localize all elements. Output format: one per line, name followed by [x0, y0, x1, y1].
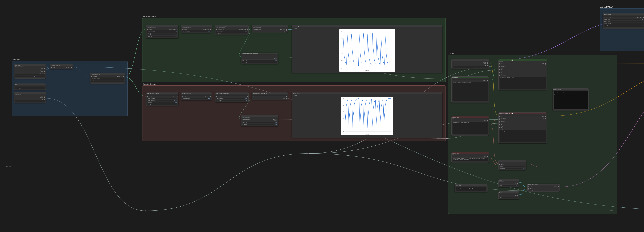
port-in[interactable]: normalized_amp	[218, 29, 224, 30]
port-in[interactable]: audio_fft	[149, 29, 152, 30]
port-in[interactable]: audio_data	[93, 76, 97, 77]
port-out[interactable]: INT	[274, 58, 276, 59]
w[interactable]: context_stride1	[604, 20, 644, 22]
w[interactable]: operationavg	[147, 34, 178, 35]
w[interactable]: invert_normalizedfalse	[182, 30, 211, 32]
node-load-video[interactable]: Load Video ComfyUI-VideoHelperSuite IMAG…	[14, 64, 46, 79]
node-title[interactable]: Width	[498, 179, 519, 181]
node-title[interactable]: Gate Normalized Amplitude	[215, 93, 248, 94]
port-in[interactable]: pw_c	[501, 125, 503, 126]
w[interactable]: delimiter,	[499, 166, 525, 167]
w[interactable]: start_at_frame0	[91, 79, 124, 81]
w[interactable]: closed_loopuniform	[604, 24, 644, 26]
text-editor[interactable]: ugly, scary, cropped, frame, text, out o…	[452, 157, 488, 161]
w[interactable]: value512	[499, 184, 518, 186]
port-in[interactable]: prev_context	[605, 17, 610, 18]
w[interactable]: context_length16	[604, 19, 644, 20]
node-fft-amp-neg[interactable]: Bake Amplitude Schedule ComfyUI-AudioSch…	[146, 93, 178, 106]
node-empty-latent[interactable]: Empty Latent Image widthLATENT height ba…	[528, 184, 560, 192]
node-gate-amp-neg[interactable]: Gate Normalized Amplitude ComfyUI-AudioS…	[215, 93, 248, 102]
w[interactable]: ckpt_nameaggressive_dual_cableknost...	[452, 66, 488, 68]
port-in[interactable]: pw_a	[501, 69, 503, 70]
node-amp-graph-neg[interactable]: Normalized Amplitude To Graph ComfyUI-Au…	[252, 93, 288, 100]
port-out[interactable]: POS	[542, 63, 544, 64]
node-title[interactable]: Normalized Amplitude To Graph	[252, 25, 288, 27]
node-title[interactable]: Load Checkpoint	[452, 59, 489, 61]
port-out[interactable]: frame_count	[38, 70, 43, 71]
node-amp-to-int-pos[interactable]: Normalized Amplitude To Float to Int Com…	[241, 53, 278, 64]
port-in[interactable]: images	[294, 28, 297, 29]
note-text[interactable]: Use 1024 by 576 for 16:9 wide and just s…	[456, 187, 486, 191]
node-fft-amp-pos[interactable]: Bake Amplitude Schedule ComfyUI-AudioSch…	[146, 25, 178, 38]
w[interactable]: context_overlap4	[604, 22, 644, 24]
node-title[interactable]: Path	[14, 84, 46, 85]
node-wd-number[interactable]: Number WD14 Node Suite NUMBER FLOAT INT …	[14, 92, 46, 103]
node-title[interactable]: Normalized Amplitude To Float to Int	[241, 115, 278, 117]
node-context-opts[interactable]: Context Options AnimateDiff Context prev…	[603, 13, 644, 29]
port-out[interactable]: image	[283, 30, 285, 31]
port-in[interactable]: clip	[501, 63, 502, 64]
text-editor[interactable]: "0" : "(swirls_oil:1.3), (shimmer:1.3)"	[499, 130, 546, 142]
port-in[interactable]: amplitude	[184, 96, 188, 97]
port-in[interactable]: pw_c	[501, 72, 503, 73]
node-title[interactable]: Batch Prompt Schedule 📋 📋	[498, 59, 547, 61]
widget-video[interactable]: video choose file to upload	[15, 74, 45, 76]
port-out[interactable]: INT	[515, 195, 516, 196]
note-text[interactable]: Use this primer branching to change the …	[554, 91, 588, 110]
w[interactable]: limit_frames0	[91, 81, 124, 83]
w[interactable]: upper_band_range16000	[147, 100, 178, 101]
port-in[interactable]: pw_b	[501, 71, 503, 72]
node-image-note[interactable]: Image Note Use 1024 by 576 for 16:9 wide…	[455, 184, 488, 192]
text-editor[interactable]: low shots of basketball shoes, runny, fa…	[452, 82, 488, 102]
port-out[interactable]: graph_image	[280, 29, 285, 30]
port-in[interactable]: audio	[53, 67, 55, 68]
port-in[interactable]: app_text	[501, 66, 504, 67]
port-out[interactable]: MODEL	[483, 62, 486, 63]
port-in[interactable]: pre_frames	[501, 128, 506, 129]
widget-path[interactable]: filename_or_dir…	[15, 87, 45, 89]
node-title[interactable]: Context Options	[603, 14, 644, 15]
w[interactable]: add_to_gate0	[216, 32, 248, 34]
node-title[interactable]: Positive Text	[452, 77, 489, 78]
node-title[interactable]: String Concatenate	[498, 160, 526, 162]
port-out[interactable]: POS	[542, 116, 544, 117]
reroute[interactable]	[145, 210, 146, 212]
node-title[interactable]: Bake Amplitude Schedule	[146, 93, 178, 94]
port-out[interactable]: normalized_amp	[239, 29, 246, 30]
node-width[interactable]: Width Impact Pack INT value512	[498, 179, 519, 187]
w[interactable]: lower_band_range0	[147, 98, 178, 99]
port-out[interactable]: NEG	[542, 118, 544, 119]
node-title[interactable]: Normalize Amplitude	[181, 93, 212, 94]
w[interactable]: frames_per_second8	[91, 77, 124, 79]
w[interactable]: invert_amp1.0	[147, 36, 178, 37]
node-title[interactable]: Preview Image	[292, 93, 442, 94]
node-title[interactable]: Empty Latent Image	[528, 184, 560, 186]
text-editor[interactable]: blurred background, beige, bronze, vigne…	[452, 121, 488, 134]
node-preview-pos[interactable]: Preview Image images 0.00.20.40.60.81.0f…	[292, 25, 442, 73]
port-in[interactable]: pw_a	[501, 122, 503, 123]
node-title[interactable]: Normalize Amplitude	[181, 25, 212, 27]
w[interactable]: print_outputfalse	[499, 167, 525, 169]
node-amp-to-int-neg[interactable]: Normalized Amplitude To Float to Int Com…	[241, 115, 278, 126]
port-in[interactable]: normalized_amp	[244, 119, 250, 120]
w[interactable]: invert_amp1.0	[147, 103, 178, 105]
port-out[interactable]: normalized_amp	[169, 96, 176, 97]
port-in[interactable]: clip	[501, 116, 502, 117]
port-out[interactable]: NUMBER	[39, 96, 43, 97]
port-in[interactable]: pw_d	[501, 127, 503, 128]
port-in[interactable]: images	[294, 95, 297, 96]
port-out[interactable]: INT	[274, 120, 276, 121]
node-preview-neg[interactable]: Preview Image images 0.00.20.40.60.81.0f…	[292, 93, 442, 138]
port-in[interactable]: width	[530, 186, 532, 187]
node-title[interactable]: Negative Text	[452, 116, 489, 118]
port-out[interactable]: normalized_amp	[202, 29, 209, 30]
w[interactable]: int_ceiling1.00	[242, 61, 277, 63]
w[interactable]: invert_normalizedfalse	[182, 98, 211, 99]
port-out[interactable]: normalized_amp	[169, 29, 176, 30]
port-in[interactable]: batch_size	[530, 190, 534, 190]
w[interactable]: number72	[15, 100, 45, 102]
port-in[interactable]: audio_fft	[149, 96, 152, 97]
port-in[interactable]: pw_d	[501, 74, 503, 75]
port-in[interactable]: normalized_amp	[254, 29, 261, 30]
text-editor[interactable]: "0" : "(swirls:1.3), (shimmer_oil_4:1.3)…	[499, 77, 546, 89]
